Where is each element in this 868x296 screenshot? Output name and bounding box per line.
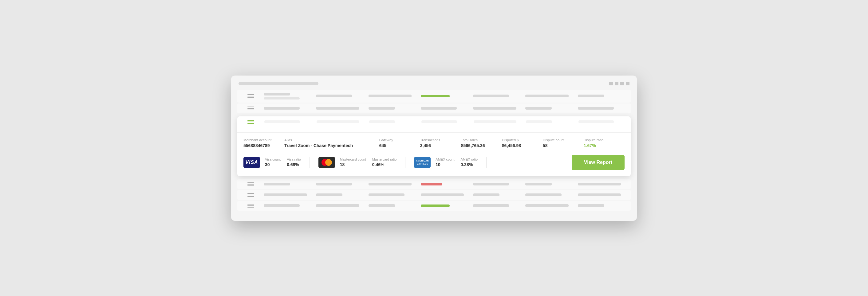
table-row[interactable] [237,90,631,103]
mc-circles [321,159,332,166]
row-icon [242,94,259,98]
row-icon [242,193,259,197]
skel-cell-3 [369,120,416,123]
skel-cell-4 [422,120,469,123]
cell-3 [369,183,416,186]
cell-2 [316,193,364,196]
skel-cell-7 [579,120,626,123]
table-row[interactable] [237,179,631,189]
gateway-label: Gateway [379,138,415,142]
visa-stats: Visa count 30 Visa ratio 0.69% [265,158,301,167]
cell-4 [421,95,469,97]
hamburger-icon [247,204,254,207]
dispute-count-field: Dispute count 58 [543,138,584,148]
cell-1 [264,193,312,196]
wc-dot-2 [615,82,618,85]
cell-6 [525,193,573,196]
disputed-field: Disputed $ $6,456.98 [502,138,543,148]
expanded-row-icon [242,120,259,124]
table-area: Merchant account 55688846789 Alias Trave… [231,90,637,211]
cell-6 [525,183,573,186]
amex-logo: AMERICANEXPRESS [414,157,431,168]
cell-1 [264,183,312,186]
cell-5 [473,107,521,110]
mastercard-logo [318,157,335,168]
dispute-ratio-label: Dispute ratio [584,138,620,142]
mc-ratio-label: Mastercard ratio [372,158,397,161]
visa-ratio-label: Visa ratio [287,158,301,161]
mastercard-block: Mastercard count 18 Mastercard ratio 0.4… [318,157,405,168]
cell-2 [316,95,364,97]
hamburger-icon [247,183,254,186]
wc-dot-3 [620,82,624,85]
cell-4 [421,107,469,110]
cell-6 [525,204,573,207]
mc-ratio-stat: Mastercard ratio 0.46% [372,158,397,167]
cell-1 [264,93,312,99]
skel-cell-6 [526,120,573,123]
merchant-account-label: Merchant account [243,138,279,142]
cell-4 [421,183,469,186]
total-sales-field: Total sales $566,765.36 [461,138,502,148]
expanded-detail: Merchant account 55688846789 Alias Trave… [237,132,631,176]
cell-2 [316,204,364,207]
transactions-value: 3,456 [420,143,456,148]
hamburger-icon [247,193,254,197]
cell-3 [369,193,416,196]
mc-count-label: Mastercard count [340,158,366,161]
alias-field: Alias Travel Zoom - Chase Paymentech [284,138,379,148]
amex-ratio-stat: AMEX ratio 0.28% [460,158,478,167]
row-icon [242,183,259,186]
disputed-value: $6,456.98 [502,143,538,148]
alias-label: Alias [284,138,374,142]
cell-4 [421,193,469,196]
amex-ratio-value: 0.28% [460,162,478,167]
cell-1 [264,107,312,110]
cell-7 [578,107,626,110]
gateway-value: 645 [379,143,415,148]
mc-orange-circle [325,159,332,166]
amex-stats: AMEX count 10 AMEX ratio 0.28% [436,158,478,167]
gateway-field: Gateway 645 [379,138,420,148]
visa-logo: VISA [243,157,260,168]
cell-7 [578,183,626,186]
amex-count-stat: AMEX count 10 [436,158,454,167]
browser-window: Merchant account 55688846789 Alias Trave… [231,75,637,221]
row-icon [242,106,259,110]
amex-count-value: 10 [436,162,454,167]
mc-stats: Mastercard count 18 Mastercard ratio 0.4… [340,158,397,167]
active-hamburger-icon [247,120,254,124]
total-sales-value: $566,765.36 [461,143,497,148]
cell-5 [473,204,521,207]
dispute-count-label: Dispute count [543,138,579,142]
mc-ratio-value: 0.46% [372,162,397,167]
cell-7 [578,204,626,207]
merchant-account-field: Merchant account 55688846789 [243,138,284,148]
mc-count-value: 18 [340,162,366,167]
hamburger-icon [247,106,254,110]
total-sales-label: Total sales [461,138,497,142]
dispute-count-value: 58 [543,143,579,148]
expanded-table-row[interactable]: Merchant account 55688846789 Alias Trave… [237,117,631,176]
skel-cell-1 [264,120,312,123]
cell-6 [525,95,573,97]
row-icon [242,204,259,207]
transactions-label: Transactions [420,138,456,142]
visa-count-label: Visa count [265,158,281,161]
cell-4 [421,204,469,207]
view-report-button[interactable]: View Report [572,155,625,170]
cell-7 [578,95,626,97]
disputed-label: Disputed $ [502,138,538,142]
table-row[interactable] [237,201,631,211]
mc-count-stat: Mastercard count 18 [340,158,366,167]
visa-text: VISA [245,160,258,165]
amex-ratio-label: AMEX ratio [460,158,478,161]
cell-5 [473,183,521,186]
merchant-account-value: 55688846789 [243,143,279,148]
detail-fields: Merchant account 55688846789 Alias Trave… [243,138,625,148]
table-row[interactable] [237,190,631,200]
wc-dot-4 [626,82,629,85]
table-row[interactable] [237,103,631,113]
wc-dot-1 [609,82,613,85]
top-bar-skeleton [239,82,318,85]
